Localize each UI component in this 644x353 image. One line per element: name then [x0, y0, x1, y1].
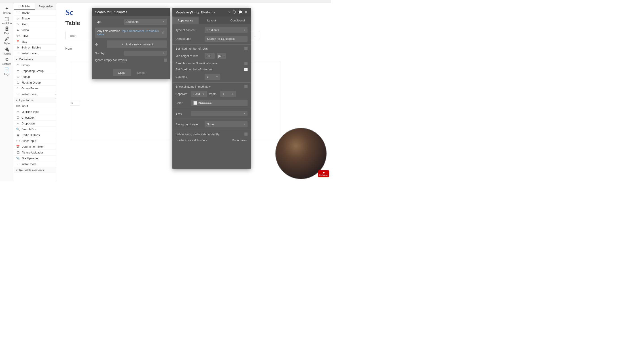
sort-select[interactable]: ▼ — [124, 51, 167, 56]
element-html[interactable]: </>HTML — [14, 33, 56, 39]
type-content-select[interactable]: Etudiants▼ — [204, 27, 248, 33]
element-map[interactable]: 📍Map — [14, 39, 56, 45]
bg-style-select[interactable]: None▼ — [204, 121, 248, 127]
tool-sidebar: ✦Design ⬚Workflow 🗄Data 🖌Styles 🔌Plugins… — [0, 3, 14, 181]
min-height-unit[interactable]: px▾ — [217, 53, 226, 59]
element-icon: b — [16, 46, 20, 49]
style-label: Style — [176, 112, 189, 115]
tab-ui-builder[interactable]: UI Builder — [14, 3, 35, 9]
columns-select[interactable]: 1▼ — [204, 74, 220, 80]
drag-handle-icon[interactable]: ✥ — [95, 42, 98, 46]
search-placeholder: Rech — [69, 34, 76, 37]
input-element-slider-input[interactable]: ⟷Slider Input — [14, 138, 56, 144]
tool-logs[interactable]: 📄Logs — [0, 66, 14, 76]
element-icon: ⌨ — [16, 104, 20, 108]
delete-button[interactable]: Delete — [133, 69, 150, 76]
youtube-subscribe-badge[interactable]: S'abonner — [318, 170, 330, 177]
show-all-checkbox[interactable] — [244, 85, 248, 88]
trash-icon[interactable]: 🗑 — [162, 31, 165, 34]
element-icon: ☑ — [16, 116, 20, 119]
element-icon: ▶ — [16, 28, 20, 32]
element-image[interactable]: ▢Image — [14, 10, 56, 16]
plus-icon: ＋ — [121, 42, 124, 46]
add-constraint-button[interactable]: ＋Add a new constraint — [107, 40, 167, 48]
element-label: Checkbox — [22, 116, 34, 119]
color-input[interactable]: #EEEEEE — [191, 100, 248, 106]
search-panel-header[interactable]: Search for Etudiantss — [92, 8, 170, 16]
help-icon[interactable]: ? — [228, 10, 230, 14]
fixed-cols-label: Set fixed number of columns — [176, 68, 242, 71]
data-source-select[interactable]: Search for Etudiantss — [204, 36, 248, 42]
input-element-input[interactable]: ⌨Input — [14, 103, 56, 109]
close-icon[interactable]: ✕ — [245, 10, 248, 14]
container-floating-group[interactable]: 🗀Floating Group — [14, 80, 56, 86]
width-label: Width — [209, 92, 218, 96]
styles-icon: 🖌 — [0, 36, 14, 41]
tab-appearance[interactable]: Appearance — [172, 16, 198, 24]
input-element-date-time-picker[interactable]: 📅Date/Time Picker — [14, 144, 56, 150]
element-install-more-[interactable]: +Install more... — [14, 50, 56, 56]
container-install-more-[interactable]: +Install more... — [14, 91, 56, 97]
input-element-install-more-[interactable]: +Install more... — [14, 161, 56, 167]
element-icon: ⟷ — [16, 139, 20, 143]
section-containers[interactable]: ▾Containers — [14, 56, 56, 62]
tool-data[interactable]: 🗄Data — [0, 25, 14, 35]
tab-responsive[interactable]: Responsive — [35, 3, 56, 9]
tool-plugins[interactable]: 🔌Plugins — [0, 45, 14, 55]
element-icon: 🗀 — [16, 69, 20, 73]
container-group[interactable]: 🗀Group — [14, 62, 56, 68]
input-element-dropdown[interactable]: ▾Dropdown — [14, 121, 56, 126]
input-element-multiline-input[interactable]: ≣Multiline Input — [14, 109, 56, 115]
section-reusable[interactable]: ▾Reusable elements — [14, 167, 56, 173]
element-icon: 🖼 — [16, 151, 20, 154]
top-toolbar — [0, 0, 331, 3]
min-height-input[interactable] — [204, 53, 215, 59]
container-repeating-group[interactable]: 🗀Repeating Group — [14, 68, 56, 74]
element-shape[interactable]: ◇Shape — [14, 16, 56, 21]
input-element-checkbox[interactable]: ☑Checkbox — [14, 115, 56, 121]
info-icon[interactable]: ⓘ — [232, 10, 236, 14]
caret-down-icon: ▾ — [16, 58, 18, 61]
input-element-radio-buttons[interactable]: ◉Radio Buttons — [14, 132, 56, 138]
container-group-focus[interactable]: 🗀Group Focus — [14, 86, 56, 91]
stretch-checkbox[interactable] — [244, 62, 248, 65]
fixed-cols-checkbox[interactable] — [244, 68, 248, 71]
input-element-file-uploader[interactable]: 📎File Uploader — [14, 155, 56, 161]
border-indep-checkbox[interactable] — [244, 132, 248, 136]
element-label: Shape — [22, 17, 30, 20]
element-label: Picture Uploader — [22, 151, 43, 154]
element-icon: 🗀 — [16, 75, 20, 78]
element-label: Map — [22, 40, 27, 43]
caret-down-icon: ▼ — [202, 93, 204, 95]
constraint-row[interactable]: Any field contains Input Rechercher un é… — [95, 27, 167, 38]
tab-layout[interactable]: Layout — [198, 16, 225, 24]
props-panel-header[interactable]: RepeatingGroup Etudiants ? ⓘ 💬 ✕ — [172, 8, 251, 16]
close-button[interactable]: Close — [113, 69, 131, 76]
tool-design[interactable]: ✦Design — [0, 4, 14, 15]
sort-label: Sort by — [95, 52, 122, 55]
element-alert[interactable]: ⚠Alert — [14, 21, 56, 27]
tab-conditional[interactable]: Conditional — [224, 16, 251, 24]
container-popup[interactable]: 🗀Popup — [14, 74, 56, 80]
element-video[interactable]: ▶Video — [14, 27, 56, 33]
settings-icon: ⚙ — [0, 57, 14, 62]
input-element-picture-uploader[interactable]: 🖼Picture Uploader — [14, 150, 56, 155]
collapse-panel-icon[interactable]: ◂ — [55, 94, 56, 99]
search-panel: Search for Etudiantss Type Etudiants▼ An… — [92, 8, 170, 79]
element-label: File Uploader — [22, 157, 39, 160]
ignore-empty-checkbox[interactable] — [164, 58, 167, 62]
separator-select[interactable]: Solid▼ — [191, 91, 207, 97]
tool-workflow[interactable]: ⬚Workflow — [0, 15, 14, 25]
section-inputs[interactable]: ▾Input forms — [14, 97, 56, 103]
fixed-rows-checkbox[interactable] — [244, 47, 248, 50]
type-select[interactable]: Etudiants▼ — [124, 19, 167, 25]
comment-icon[interactable]: 💬 — [238, 10, 242, 14]
input-element-search-box[interactable]: 🔍Search Box — [14, 126, 56, 132]
tool-settings[interactable]: ⚙Settings — [0, 55, 14, 66]
style-select[interactable]: ▼ — [191, 111, 248, 116]
element-built-on-bubble[interactable]: bBuilt on Bubble — [14, 45, 56, 50]
properties-panel: RepeatingGroup Etudiants ? ⓘ 💬 ✕ Appeara… — [172, 8, 251, 169]
tool-styles[interactable]: 🖌Styles — [0, 35, 14, 45]
bg-style-label: Background style — [176, 123, 202, 126]
width-select[interactable]: 1▼ — [220, 91, 236, 97]
